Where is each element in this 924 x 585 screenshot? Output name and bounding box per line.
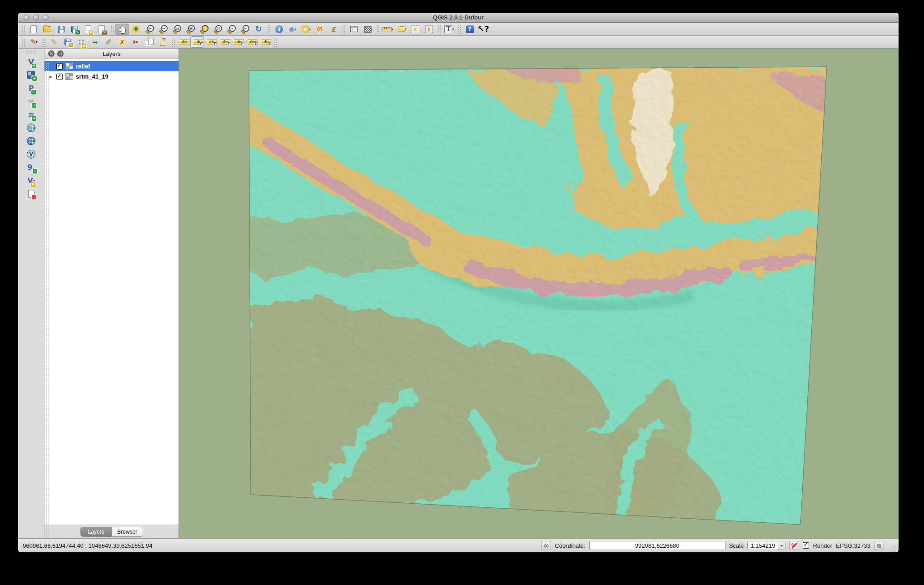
zoom-to-selection-button[interactable] (197, 24, 211, 35)
toolbar-drag-handle[interactable] (267, 25, 271, 34)
save-project-button[interactable] (54, 24, 68, 35)
zoom-next-button[interactable]: ▸ (238, 24, 252, 35)
labeling-button[interactable]: abc (177, 36, 190, 48)
help-contents-button[interactable]: ? (463, 24, 477, 35)
composer-manager-button[interactable]: ✎ (95, 24, 109, 35)
text-annotation-button[interactable]: T▾ (442, 24, 456, 35)
panel-drag-handle[interactable] (45, 62, 49, 538)
add-mssql-layer-button[interactable]: ≋+ (21, 108, 41, 121)
add-raster-layer-button[interactable]: + (21, 69, 41, 82)
toolbar-drag-handle[interactable] (21, 25, 25, 34)
toolbar-drag-handle[interactable] (457, 25, 462, 34)
zoom-last-button[interactable]: ◂ (224, 24, 238, 35)
refresh-map-button[interactable]: ↻ (252, 24, 265, 35)
render-checkbox[interactable] (803, 542, 809, 549)
map-canvas[interactable] (179, 49, 899, 538)
select-features-dropdown-arrow-icon[interactable]: ▾ (309, 27, 311, 31)
pan-to-selection-button[interactable]: ✚ (129, 24, 143, 35)
run-feature-action-button[interactable]: ◉▾ (286, 24, 299, 35)
save-project-as-button[interactable]: ✎ (68, 24, 81, 35)
add-postgis-layer-button[interactable]: P+ (21, 82, 41, 95)
add-wcs-layer-button[interactable]: + (21, 134, 41, 148)
select-by-expression-button[interactable]: ε (327, 24, 340, 35)
run-feature-action-dropdown-arrow-icon[interactable]: ▾ (294, 27, 296, 31)
stop-rendering-button[interactable]: ✎ (789, 541, 799, 550)
toolbar-drag-handle[interactable] (171, 38, 175, 47)
titlebar[interactable]: QGIS 2.0.1-Dufour (18, 13, 899, 23)
add-spatialite-layer-button[interactable]: ✑+ (21, 95, 41, 108)
toggle-extents-display-icon[interactable]: ◎ (541, 541, 551, 550)
add-feature-button[interactable]: ∷✱ (75, 36, 88, 48)
toggle-editing-button[interactable]: ✎ (47, 36, 61, 48)
copy-features-button[interactable] (143, 36, 156, 48)
add-delimited-text-layer-button[interactable]: 9,+ (21, 161, 41, 174)
toolbar-drag-handle[interactable] (25, 50, 37, 54)
minimize-window-button[interactable] (33, 15, 39, 20)
rotate-label-button[interactable]: abc↻ (245, 36, 258, 48)
panel-detach-icon[interactable]: ❐ (57, 50, 64, 57)
deselect-features-button[interactable]: ∅ (313, 24, 327, 35)
show-bookmarks-button[interactable]: ▮ (422, 24, 436, 35)
measure-line-dropdown-arrow-icon[interactable]: ▾ (392, 27, 393, 31)
new-print-composer-button[interactable]: ✱ (81, 24, 95, 35)
toolbar-drag-handle[interactable] (273, 38, 278, 47)
toolbar-drag-handle[interactable] (376, 25, 380, 34)
layer-item-srtm_41_19[interactable]: ▶srtm_41_19 (45, 71, 179, 82)
add-wfs-layer-button[interactable]: + (21, 148, 41, 161)
toolbar-drag-handle[interactable] (21, 38, 25, 47)
layer-visibility-checkbox[interactable] (56, 74, 63, 80)
zoom-window-button[interactable] (43, 15, 49, 20)
whats-this-button[interactable]: ↖? (477, 24, 490, 35)
resize-grip[interactable] (888, 544, 896, 552)
close-window-button[interactable] (24, 15, 30, 20)
new-shapefile-layer-button[interactable]: V✱▾ (21, 174, 41, 187)
remove-layer-button[interactable]: − (21, 187, 41, 200)
panel-close-icon[interactable]: ✕ (48, 50, 55, 57)
zoom-to-layer-button[interactable]: ▤ (211, 24, 224, 35)
pan-map-button[interactable] (115, 24, 129, 35)
add-vector-layer-button[interactable]: V+ (21, 55, 41, 69)
text-annotation-dropdown-arrow-icon[interactable]: ▾ (452, 27, 454, 31)
tab-browser[interactable]: Browser (112, 527, 143, 536)
map-tips-button[interactable] (395, 24, 408, 35)
toolbar-drag-handle[interactable] (42, 38, 46, 47)
current-edits-button[interactable]: ✎▾ (27, 36, 40, 48)
zoom-out-button[interactable]: − (156, 24, 170, 35)
current-edits-dropdown-arrow-icon[interactable]: ▾ (35, 40, 37, 44)
move-label-button[interactable]: abc▣ (231, 36, 245, 48)
toolbar-drag-handle[interactable] (342, 25, 346, 34)
new-bookmark-button[interactable]: ★ (408, 24, 422, 35)
identify-features-button[interactable]: i (272, 24, 286, 35)
layer-visibility-checkbox[interactable] (56, 63, 63, 69)
delete-selected-button[interactable]: ✗ (115, 36, 129, 48)
measure-line-button[interactable]: ▾ (381, 24, 395, 35)
zoom-full-extent-button[interactable]: ▣ (184, 24, 197, 35)
highlight-pinned-labels-button[interactable]: ab● (204, 36, 218, 48)
layer-item-relief[interactable]: relief (45, 61, 179, 71)
tab-layers[interactable]: Layers (81, 527, 112, 536)
select-features-button[interactable]: ➤▾ (299, 24, 313, 35)
cut-features-button[interactable]: ✂ (129, 36, 143, 48)
coordinate-input[interactable] (589, 541, 725, 550)
paste-features-button[interactable] (156, 36, 170, 48)
open-attribute-table-button[interactable] (347, 24, 361, 35)
move-feature-button[interactable]: → (88, 36, 102, 48)
new-project-icon (30, 25, 37, 33)
layer-expander-icon[interactable]: ▶ (48, 74, 54, 79)
scale-combobox[interactable]: 1:154219 ▾ (747, 541, 785, 550)
zoom-in-button[interactable]: + (143, 24, 156, 35)
show-hide-labels-button[interactable]: abc◉ (218, 36, 231, 48)
field-calculator-button[interactable] (361, 24, 374, 35)
toolbar-drag-handle[interactable] (110, 25, 114, 34)
zoom-native-resolution-button[interactable]: 1:1 (170, 24, 184, 35)
scale-dropdown-arrow-icon[interactable]: ▾ (778, 541, 785, 550)
save-layer-edits-button[interactable]: ✎ (61, 36, 75, 48)
change-label-button[interactable]: abc✎ (258, 36, 272, 48)
toolbar-drag-handle[interactable] (437, 25, 441, 34)
new-project-button[interactable] (27, 24, 40, 35)
crs-status-button[interactable]: ◍ (874, 541, 884, 550)
add-wms-layer-button[interactable]: + (21, 121, 41, 134)
pin-labels-button[interactable]: ab● (190, 36, 204, 48)
open-project-button[interactable] (40, 24, 54, 35)
node-tool-button[interactable]: ✐ (102, 36, 115, 48)
